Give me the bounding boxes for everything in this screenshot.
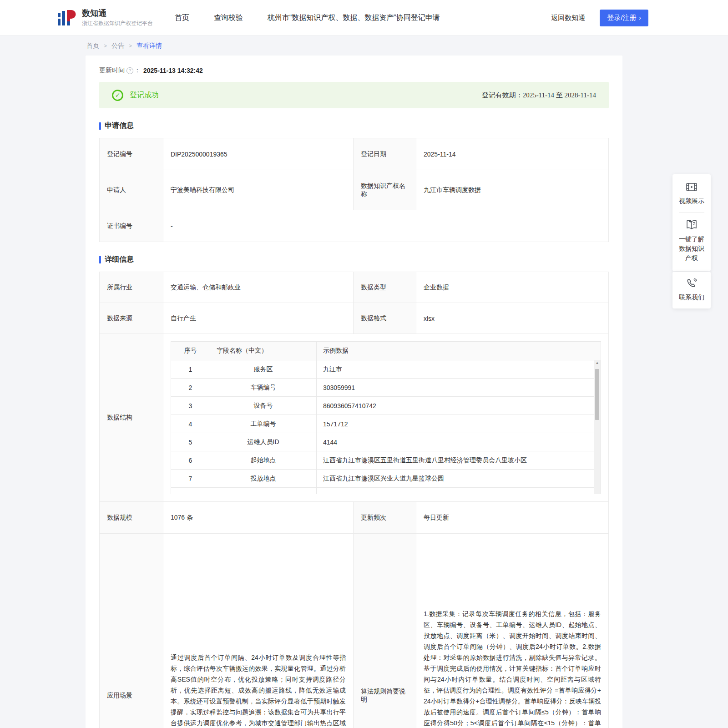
table-row: 3 设备号 860936057410742 <box>171 397 601 415</box>
data-format-value: xlsx <box>416 303 609 334</box>
update-freq-label: 更新频次 <box>354 502 416 534</box>
floating-panel-contact: 联系我们 <box>672 272 711 308</box>
applicant-value: 宁波美喵科技有限公司 <box>163 170 354 210</box>
data-structure-scroll-area[interactable]: 序号 字段名称（中文） 示例数据 1 服务区 九江市 2 车辆编号 30 <box>171 341 601 494</box>
cert-no-label: 证书编号 <box>100 210 163 242</box>
nav-item-hangzhou-registration[interactable]: 杭州市“数据知识产权、数据、数据资产”协同登记申请 <box>268 13 440 23</box>
applicant-label: 申请人 <box>100 170 163 210</box>
divider <box>679 212 704 212</box>
table-row: 1 服务区 九江市 <box>171 360 601 379</box>
one-click-guide-button[interactable]: 一键了解数据知识产权 <box>676 219 707 263</box>
update-time-label: 更新时间 <box>99 66 125 75</box>
ds-header-field-name: 字段名称（中文） <box>210 342 317 360</box>
video-show-button[interactable]: 视频展示 <box>676 182 707 206</box>
dip-name-label: 数据知识产权名称 <box>354 170 416 210</box>
data-type-value: 企业数据 <box>416 272 609 303</box>
scrollbar-thumb[interactable] <box>595 369 599 420</box>
validity-label: 登记有效期： <box>482 91 523 99</box>
nav-item-query-verify[interactable]: 查询校验 <box>214 13 243 23</box>
back-to-shuzhitong-link[interactable]: 返回数知通 <box>551 14 585 22</box>
floating-panel-top: 视频展示 一键了解数据知识产权 <box>672 174 711 271</box>
algorithm-rules-cell: 1.数据采集：记录每次车辆调度任务的相关信息，包括：服务区、车辆编号、设备号、工… <box>416 534 609 728</box>
data-scale-label: 数据规模 <box>100 502 163 534</box>
data-source-value: 自行产生 <box>163 303 354 334</box>
section-title-application-info: 申请信息 <box>99 121 609 131</box>
status-text: 登记成功 <box>130 91 159 100</box>
validity-value: 2025-11-14 至 2028-11-14 <box>523 91 596 99</box>
section-title-detail-info: 详细信息 <box>99 255 609 264</box>
breadcrumb-separator: > <box>104 43 107 49</box>
update-time-row: 更新时间 ? ： 2025-11-13 14:32:42 <box>99 66 609 75</box>
top-header: 数知通 浙江省数据知识产权登记平台 首页 查询校验 杭州市“数据知识产权、数据、… <box>0 0 728 35</box>
algorithm-rules-text: 1.数据采集：记录每次车辆调度任务的相关信息，包括：服务区、车辆编号、设备号、工… <box>424 608 601 728</box>
breadcrumb-home[interactable]: 首页 <box>86 42 99 50</box>
dip-name-value: 九江市车辆调度数据 <box>416 170 609 210</box>
application-info-table: 登记编号 DIP2025000019365 登记日期 2025-11-14 申请… <box>99 138 609 242</box>
help-question-icon[interactable]: ? <box>126 67 133 74</box>
data-format-label: 数据格式 <box>354 303 416 334</box>
reg-no-label: 登记编号 <box>100 138 163 170</box>
logo-title: 数知通 <box>82 8 153 18</box>
reg-no-value: DIP2025000019365 <box>163 138 354 170</box>
data-structure-cell: 序号 字段名称（中文） 示例数据 1 服务区 九江市 2 车辆编号 30 <box>163 334 609 502</box>
ds-header-sample: 示例数据 <box>317 342 601 360</box>
application-scenario-text: 通过调度后首个订单间隔、24小时订单数及调度合理性等指标，综合评估每次车辆搬运的… <box>171 652 346 728</box>
breadcrumb-current[interactable]: 查看详情 <box>136 42 162 50</box>
data-source-label: 数据来源 <box>100 303 163 334</box>
cert-no-value: - <box>163 210 609 242</box>
registration-success-banner: ✓ 登记成功 登记有效期：2025-11-14 至 2028-11-14 <box>99 82 609 108</box>
algorithm-rules-label: 算法规则简要说明 <box>354 534 416 728</box>
data-structure-table: 序号 字段名称（中文） 示例数据 1 服务区 九江市 2 车辆编号 30 <box>171 341 601 494</box>
breadcrumb-separator: > <box>129 43 132 49</box>
nav-item-home[interactable]: 首页 <box>175 13 189 23</box>
chevron-right-icon: › <box>639 15 641 21</box>
table-row: 6 起始地点 江西省九江市濂溪区五里街道五里街道八里村经济管理委员会八里坡小区 <box>171 451 601 470</box>
logo-subtitle: 浙江省数据知识产权登记平台 <box>82 20 153 27</box>
book-icon <box>685 219 698 231</box>
table-row: 4 工单编号 1571712 <box>171 415 601 433</box>
industry-label: 所属行业 <box>100 272 163 303</box>
table-row: 5 运维人员ID 4144 <box>171 433 601 451</box>
main-nav: 首页 查询校验 杭州市“数据知识产权、数据、数据资产”协同登记申请 <box>175 13 440 23</box>
update-freq-value: 每日更新 <box>416 502 609 534</box>
video-show-label: 视频展示 <box>676 196 707 206</box>
logo-icon <box>56 8 76 28</box>
application-scenario-label: 应用场景 <box>100 534 163 728</box>
application-scenario-cell: 通过调度后首个订单间隔、24小时订单数及调度合理性等指标，综合评估每次车辆搬运的… <box>163 534 354 728</box>
data-scale-value: 1076 条 <box>163 502 354 534</box>
video-icon <box>686 182 698 192</box>
site-logo[interactable]: 数知通 浙江省数据知识产权登记平台 <box>56 8 153 28</box>
login-register-button[interactable]: 登录/注册 › <box>600 10 648 26</box>
phone-icon <box>686 278 698 289</box>
industry-value: 交通运输、仓储和邮政业 <box>163 272 354 303</box>
table-row: 7 投放地点 江西省九江市濂溪区兴业大道九星篮球公园 <box>171 470 601 488</box>
contact-us-button[interactable]: 联系我们 <box>676 278 707 302</box>
check-circle-icon: ✓ <box>112 90 123 101</box>
ds-header-seq: 序号 <box>171 342 210 360</box>
data-structure-label: 数据结构 <box>100 334 163 502</box>
table-row: 2 车辆编号 303059991 <box>171 379 601 397</box>
breadcrumb: 首页 > 公告 > 查看详情 <box>86 42 728 50</box>
reg-date-value: 2025-11-14 <box>416 138 609 170</box>
one-click-guide-label: 一键了解数据知识产权 <box>676 234 707 263</box>
reg-date-label: 登记日期 <box>354 138 416 170</box>
table-row <box>171 488 601 495</box>
detail-info-table: 所属行业 交通运输、仓储和邮政业 数据类型 企业数据 数据来源 自行产生 数据格… <box>99 272 609 728</box>
detail-card: 更新时间 ? ： 2025-11-13 14:32:42 ✓ 登记成功 登记有效… <box>86 56 622 728</box>
data-type-label: 数据类型 <box>354 272 416 303</box>
breadcrumb-announcement[interactable]: 公告 <box>111 42 124 50</box>
update-time-value: 2025-11-13 14:32:42 <box>143 67 203 74</box>
scrollbar-up-arrow[interactable]: ▲ <box>594 360 601 366</box>
contact-us-label: 联系我们 <box>676 293 707 302</box>
vertical-scrollbar[interactable]: ▲ <box>594 360 601 494</box>
